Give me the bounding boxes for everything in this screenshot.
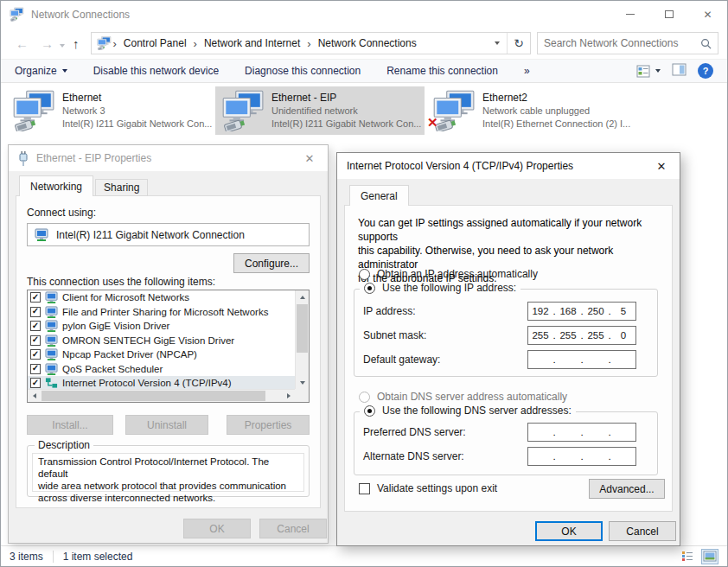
adapter-tile-ethernet[interactable]: Ethernet Network 3 Intel(R) I211 Gigabit… [6, 86, 215, 135]
details-view-button[interactable] [679, 549, 696, 564]
minimize-button[interactable] [610, 1, 649, 28]
eip-cancel-button[interactable]: Cancel [259, 519, 327, 538]
scrollbar-thumb[interactable] [42, 391, 265, 401]
advanced-button[interactable]: Advanced... [589, 479, 665, 499]
checkbox-checked[interactable]: ✓ [30, 378, 41, 388]
radio-use-ip[interactable]: Use the following IP address: [360, 282, 520, 294]
adapter-full-name: Intel(R) I211 Gigabit Network Connection [56, 229, 245, 241]
list-item[interactable]: ✓ OMRON SENTECH GigE Vision Driver [28, 334, 295, 348]
check-icon: ✓ [32, 364, 39, 373]
history-chevron-icon[interactable] [60, 38, 65, 50]
radio-obtain-ip[interactable]: Obtain an IP address automatically [359, 268, 538, 280]
view-options-icon [636, 65, 650, 78]
adapter-tile-ethernet-eip[interactable]: Ethernet - EIP Unidentified network Inte… [215, 86, 425, 135]
description-groupbox: Description Transmission Control Protoco… [27, 445, 310, 497]
ip-address-label: IP address: [363, 305, 527, 317]
adapter-name: Ethernet2 [482, 92, 630, 105]
horizontal-scrollbar[interactable] [28, 389, 295, 402]
ipv4-cancel-button[interactable]: Cancel [609, 521, 676, 541]
radio-unselected-icon[interactable] [359, 269, 370, 280]
list-item[interactable]: ✓ QoS Packet Scheduler [28, 362, 295, 377]
configure-button[interactable]: Configure... [233, 253, 310, 273]
eip-close-button[interactable]: ✕ [291, 145, 328, 171]
preview-pane-button[interactable] [672, 63, 686, 79]
vertical-scrollbar[interactable] [295, 290, 309, 389]
breadcrumb-network-and-internet[interactable]: Network and Internet [199, 37, 305, 49]
network-adapter-icon [10, 90, 56, 131]
organize-menu[interactable]: Organize [15, 65, 67, 77]
adapter-device: Intel(R) I211 Gigabit Network Con... [62, 118, 212, 131]
change-view-button[interactable] [636, 65, 661, 78]
eip-dialog-titlebar: Ethernet - EIP Properties [9, 145, 328, 171]
list-item[interactable]: ✓ Client for Microsoft Networks [28, 290, 295, 305]
scroll-right-icon[interactable] [282, 390, 295, 402]
help-button[interactable]: ? [698, 63, 713, 79]
address-bar[interactable]: › Control Panel › Network and Internet ›… [91, 32, 532, 54]
scroll-down-icon[interactable] [296, 376, 309, 389]
ipv4-close-button[interactable]: ✕ [643, 153, 680, 179]
up-button[interactable]: ↑ [67, 37, 86, 50]
subnet-mask-input[interactable]: 255. 255. 255. 0 [527, 326, 636, 345]
radio-selected-icon[interactable] [364, 405, 375, 417]
check-icon: ✓ [32, 335, 39, 344]
ipv4-properties-dialog: Internet Protocol Version 4 (TCP/IPv4) P… [336, 152, 680, 546]
breadcrumb-network-connections[interactable]: Network Connections [313, 37, 422, 49]
adapter-device: Intel(R) I211 Gigabit Network Con... [271, 118, 421, 131]
list-item[interactable]: ✓ Npcap Packet Driver (NPCAP) [28, 347, 295, 362]
tab-sharing[interactable]: Sharing [95, 179, 148, 196]
checkbox-unchecked[interactable] [359, 483, 370, 494]
checkbox-checked[interactable]: ✓ [30, 364, 41, 374]
checkbox-checked[interactable]: ✓ [30, 307, 41, 317]
validate-settings-checkbox-row[interactable]: Validate settings upon exit [359, 482, 497, 494]
close-button[interactable]: ✕ [688, 1, 727, 28]
eip-ok-button[interactable]: OK [183, 519, 251, 538]
diagnose-connection-button[interactable]: Diagnose this connection [245, 65, 361, 77]
scrollbar-thumb[interactable] [297, 304, 308, 353]
scroll-left-icon[interactable] [28, 390, 41, 402]
plug-icon [18, 151, 29, 166]
toolbar-overflow-button[interactable]: » [524, 65, 530, 77]
preferred-dns-input[interactable]: . . . [527, 423, 636, 442]
thumbnail-view-button[interactable] [701, 549, 718, 564]
chevron-down-icon [655, 69, 661, 73]
ip-address-input[interactable]: 192. 168. 250. 5 [527, 302, 636, 321]
list-item[interactable]: ✓ File and Printer Sharing for Microsoft… [28, 305, 295, 320]
search-box[interactable] [537, 32, 718, 54]
checkbox-checked[interactable]: ✓ [30, 335, 41, 346]
address-dropdown-icon[interactable] [488, 41, 507, 45]
tab-networking[interactable]: Networking [19, 175, 93, 196]
default-gateway-input[interactable]: . . . [527, 350, 636, 369]
rename-connection-button[interactable]: Rename this connection [386, 65, 498, 77]
window-titlebar: Network Connections ✕ [1, 1, 727, 28]
check-icon: ✓ [32, 379, 39, 387]
ipv4-ok-button[interactable]: OK [535, 521, 603, 541]
forward-button[interactable]: → [35, 37, 60, 50]
properties-button[interactable]: Properties [227, 415, 310, 435]
validate-settings-label: Validate settings upon exit [377, 482, 497, 494]
checkbox-checked[interactable]: ✓ [30, 321, 41, 331]
breadcrumb-separator-icon: › [192, 37, 199, 50]
tab-general[interactable]: General [349, 185, 409, 206]
adapter-status: Network 3 [62, 105, 212, 118]
thumbnail-view-icon [703, 551, 717, 562]
error-x-icon: ✕ [427, 115, 438, 131]
uninstall-button[interactable]: Uninstall [125, 415, 208, 435]
breadcrumb-control-panel[interactable]: Control Panel [118, 37, 192, 49]
radio-selected-icon[interactable] [364, 283, 375, 294]
search-input[interactable] [544, 37, 700, 49]
list-item[interactable]: ✓ pylon GigE Vision Driver [28, 319, 295, 334]
checkbox-checked[interactable]: ✓ [30, 349, 41, 360]
refresh-button[interactable]: ↻ [507, 33, 530, 54]
use-dns-groupbox: Use the following DNS server addresses: … [354, 411, 658, 475]
checkbox-checked[interactable]: ✓ [30, 292, 41, 303]
scroll-up-icon[interactable] [296, 290, 309, 303]
list-item-selected-tcpip4[interactable]: ✓ Internet Protocol Version 4 (TCP/IPv4) [28, 376, 295, 389]
install-button[interactable]: Install... [27, 415, 113, 435]
disable-device-button[interactable]: Disable this network device [93, 65, 219, 77]
back-button[interactable]: ← [10, 37, 35, 50]
maximize-button[interactable] [649, 1, 688, 28]
radio-use-dns[interactable]: Use the following DNS server addresses: [360, 405, 576, 417]
alternate-dns-input[interactable]: . . . [527, 447, 636, 466]
adapter-name-box: Intel(R) I211 Gigabit Network Connection [27, 223, 310, 246]
adapter-tile-ethernet2[interactable]: ✕ Ethernet2 Network cable unplugged Inte… [426, 86, 635, 135]
